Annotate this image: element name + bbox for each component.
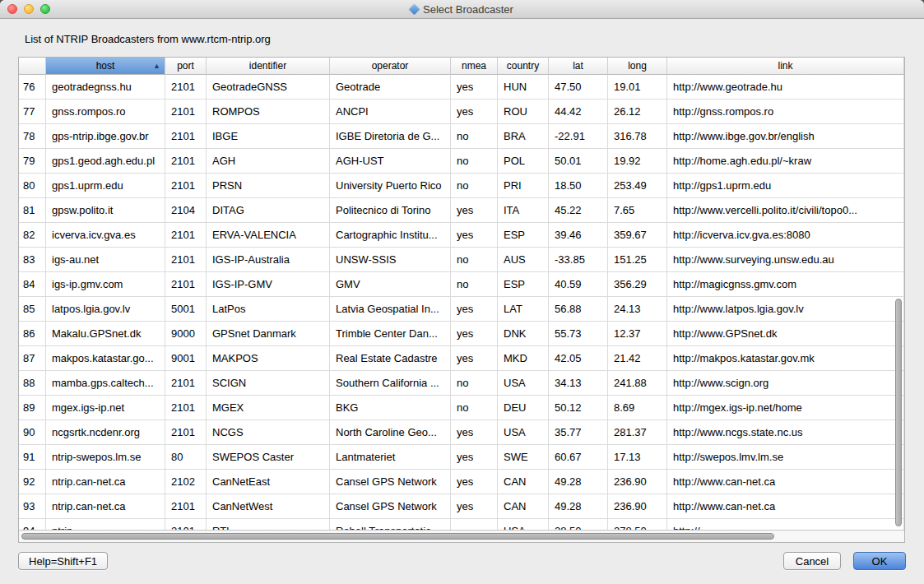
cancel-button[interactable]: Cancel xyxy=(783,552,841,570)
cell-country[interactable]: USA xyxy=(498,420,549,445)
cell-operator[interactable]: Politecnico di Torino xyxy=(330,198,451,223)
cell-country[interactable]: CAN xyxy=(498,494,549,519)
cell-identifier[interactable]: AGH xyxy=(207,149,330,174)
cell-link[interactable]: http://magicgnss.gmv.com xyxy=(667,272,904,297)
vertical-scrollbar-thumb[interactable] xyxy=(895,299,902,526)
cell-host[interactable]: latpos.lgia.gov.lv xyxy=(46,297,165,322)
column-header-operator[interactable]: operator xyxy=(330,58,451,75)
cell-country[interactable]: CAN xyxy=(498,470,549,494)
cell-host[interactable]: geotradegnss.hu xyxy=(46,75,165,100)
table-row[interactable]: 90ncgsrtk.ncdenr.org2101NCGSNorth Caroli… xyxy=(19,420,904,445)
cell-lat[interactable]: 39.46 xyxy=(549,223,608,248)
cell-rownum[interactable]: 84 xyxy=(19,272,46,297)
cell-link[interactable]: http://www.can-net.ca xyxy=(667,470,904,494)
cell-nmea[interactable]: yes xyxy=(451,420,498,445)
close-button[interactable] xyxy=(7,4,17,14)
cell-nmea[interactable]: no xyxy=(451,124,498,149)
cell-operator[interactable]: GMV xyxy=(330,272,451,297)
cell-long[interactable]: 19.92 xyxy=(608,149,667,174)
cell-host[interactable]: icverva.icv.gva.es xyxy=(46,223,165,248)
cell-country[interactable]: HUN xyxy=(498,75,549,100)
cell-nmea[interactable]: yes xyxy=(451,75,498,100)
cell-country[interactable]: AUS xyxy=(498,248,549,272)
cell-link[interactable]: http://home.agh.edu.pl/~kraw xyxy=(667,149,904,174)
cell-rownum[interactable]: 80 xyxy=(19,174,46,198)
cell-identifier[interactable]: ERVA-VALENCIA xyxy=(207,223,330,248)
cell-host[interactable]: Makalu.GPSnet.dk xyxy=(46,322,165,346)
cell-host[interactable]: ncgsrtk.ncdenr.org xyxy=(46,420,165,445)
cell-host[interactable]: gpsw.polito.it xyxy=(46,198,165,223)
table-row[interactable]: 82icverva.icv.gva.es2101ERVA-VALENCIACar… xyxy=(19,223,904,248)
table-row[interactable]: 87makpos.katastar.go...9001MAKPOSReal Es… xyxy=(19,346,904,371)
cell-operator[interactable]: Latvia Geospatial In... xyxy=(330,297,451,322)
cell-host[interactable]: ntrip.can-net.ca xyxy=(46,470,165,494)
cell-lat[interactable]: 35.77 xyxy=(549,420,608,445)
table-row[interactable]: 86Makalu.GPSnet.dk9000GPSnet DanmarkTrim… xyxy=(19,322,904,346)
cell-nmea[interactable]: yes xyxy=(451,346,498,371)
table-row[interactable]: 84igs-ip.gmv.com2101IGS-IP-GMVGMVnoESP40… xyxy=(19,272,904,297)
cell-link[interactable]: http://gnss.rompos.ro xyxy=(667,100,904,124)
cell-identifier[interactable]: MAKPOS xyxy=(207,346,330,371)
ok-button[interactable]: OK xyxy=(853,552,906,570)
cell-link[interactable]: http://mgex.igs-ip.net/home xyxy=(667,396,904,420)
cell-nmea[interactable]: no xyxy=(451,174,498,198)
cell-rownum[interactable]: 86 xyxy=(19,322,46,346)
cell-nmea[interactable]: no xyxy=(451,149,498,174)
cell-lat[interactable]: 55.73 xyxy=(549,322,608,346)
column-header-long[interactable]: long xyxy=(608,58,667,75)
cell-identifier[interactable]: CanNetEast xyxy=(207,470,330,494)
cell-lat[interactable]: 42.05 xyxy=(549,346,608,371)
cell-identifier[interactable]: SCIGN xyxy=(207,371,330,396)
cell-link[interactable]: http://www.ibge.gov.br/english xyxy=(667,124,904,149)
cell-nmea[interactable]: yes xyxy=(451,198,498,223)
cell-port[interactable]: 2101 xyxy=(165,223,207,248)
cell-rownum[interactable]: 79 xyxy=(19,149,46,174)
cell-operator[interactable]: IGBE Diretoria de G... xyxy=(330,124,451,149)
cell-host[interactable]: makpos.katastar.go... xyxy=(46,346,165,371)
cell-nmea[interactable]: yes xyxy=(451,470,498,494)
cell-rownum[interactable]: 76 xyxy=(19,75,46,100)
horizontal-scrollbar-track[interactable] xyxy=(19,530,904,542)
cell-operator[interactable]: Trimble Center Dan... xyxy=(330,322,451,346)
cell-operator[interactable]: Lantmateriet xyxy=(330,445,451,470)
table-row[interactable]: 83igs-au.net2101IGS-IP-AustraliaUNSW-SSI… xyxy=(19,248,904,272)
cell-identifier[interactable]: CanNetWest xyxy=(207,494,330,519)
cell-rownum[interactable]: 87 xyxy=(19,346,46,371)
table-row[interactable]: 88mamba.gps.caltech...2101SCIGNSouthern … xyxy=(19,371,904,396)
cell-long[interactable]: 12.37 xyxy=(608,322,667,346)
cell-rownum[interactable]: 77 xyxy=(19,100,46,124)
cell-host[interactable]: ntrip-swepos.lm.se xyxy=(46,445,165,470)
cell-long[interactable]: 21.42 xyxy=(608,346,667,371)
titlebar[interactable]: Select Broadcaster xyxy=(0,0,924,19)
cell-port[interactable]: 2101 xyxy=(165,272,207,297)
cell-lat[interactable]: 45.22 xyxy=(549,198,608,223)
cell-port[interactable]: 2101 xyxy=(165,75,207,100)
table-row[interactable]: 85latpos.lgia.gov.lv5001LatPosLatvia Geo… xyxy=(19,297,904,322)
cell-link[interactable]: http://www.ncgs.state.nc.us xyxy=(667,420,904,445)
cell-country[interactable]: USA xyxy=(498,371,549,396)
table-row[interactable]: 89mgex.igs-ip.net2101MGEXBKGnoDEU50.128.… xyxy=(19,396,904,420)
cell-nmea[interactable]: yes xyxy=(451,494,498,519)
cell-link[interactable]: http://... xyxy=(667,519,904,530)
cell-operator[interactable]: AGH-UST xyxy=(330,149,451,174)
cell-port[interactable]: 2101 xyxy=(165,174,207,198)
cell-country[interactable]: PRI xyxy=(498,174,549,198)
cell-long[interactable]: 236.90 xyxy=(608,494,667,519)
cell-lat[interactable]: 40.59 xyxy=(549,272,608,297)
column-header-country[interactable]: country xyxy=(498,58,549,75)
cell-lat[interactable]: 56.88 xyxy=(549,297,608,322)
cell-port[interactable]: 5001 xyxy=(165,297,207,322)
cell-link[interactable]: http://gps1.uprm.edu xyxy=(667,174,904,198)
cell-port[interactable]: 2101 xyxy=(165,494,207,519)
cell-rownum[interactable]: 92 xyxy=(19,470,46,494)
cell-lat[interactable]: -33.85 xyxy=(549,248,608,272)
cell-nmea[interactable] xyxy=(451,519,498,530)
cell-long[interactable]: 253.49 xyxy=(608,174,667,198)
cell-long[interactable]: 24.13 xyxy=(608,297,667,322)
cell-long[interactable]: 281.37 xyxy=(608,420,667,445)
cell-nmea[interactable]: no xyxy=(451,248,498,272)
cell-host[interactable]: igs-ip.gmv.com xyxy=(46,272,165,297)
cell-port[interactable]: 2101 xyxy=(165,124,207,149)
cell-long[interactable]: 26.12 xyxy=(608,100,667,124)
cell-lat[interactable]: 50.12 xyxy=(549,396,608,420)
